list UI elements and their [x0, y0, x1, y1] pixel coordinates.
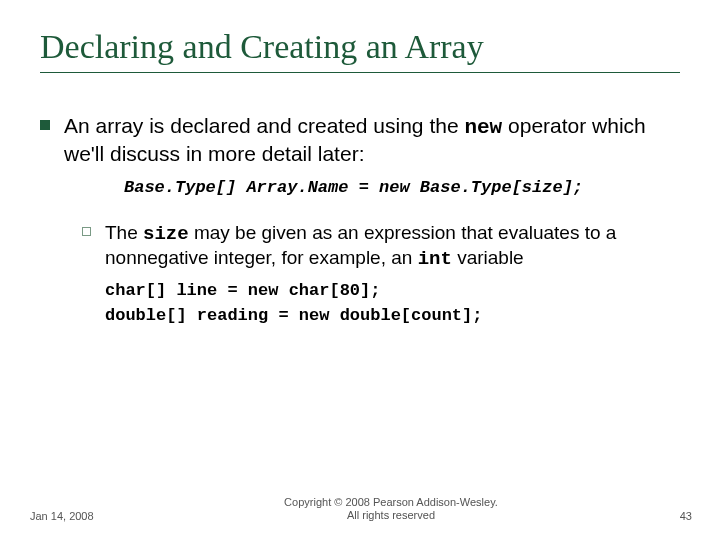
syntax-line: Base.Type[] Array.Name = new Base.Type[s… — [124, 178, 690, 197]
hollow-square-bullet-icon — [82, 227, 91, 236]
code-examples: char[] line = new char[80]; double[] rea… — [105, 278, 690, 329]
sub-text-c: variable — [452, 247, 524, 268]
sub-paragraph: The size may be given as an expression t… — [105, 221, 690, 329]
copyright-line1: Copyright © 2008 Pearson Addison-Wesley. — [284, 496, 498, 508]
sub-text-a: The — [105, 222, 143, 243]
keyword-new: new — [464, 116, 502, 139]
bullet-level1: An array is declared and created using t… — [40, 113, 690, 168]
keyword-int: int — [418, 248, 452, 270]
main-paragraph: An array is declared and created using t… — [64, 113, 690, 168]
slide-title: Declaring and Creating an Array — [40, 28, 690, 66]
copyright-line2: All rights reserved — [347, 509, 435, 521]
main-text-1: An array is declared and created using t… — [64, 114, 464, 137]
slide-footer: Jan 14, 2008 Copyright © 2008 Pearson Ad… — [0, 496, 720, 522]
sub-bullet-block: The size may be given as an expression t… — [82, 221, 690, 329]
footer-copyright: Copyright © 2008 Pearson Addison-Wesley.… — [130, 496, 652, 522]
square-bullet-icon — [40, 120, 50, 130]
code-line-1: char[] line = new char[80]; — [105, 278, 690, 304]
keyword-size: size — [143, 223, 189, 245]
code-line-2: double[] reading = new double[count]; — [105, 303, 690, 329]
title-underline — [40, 72, 680, 73]
footer-page-number: 43 — [652, 510, 692, 522]
footer-date: Jan 14, 2008 — [30, 510, 130, 522]
